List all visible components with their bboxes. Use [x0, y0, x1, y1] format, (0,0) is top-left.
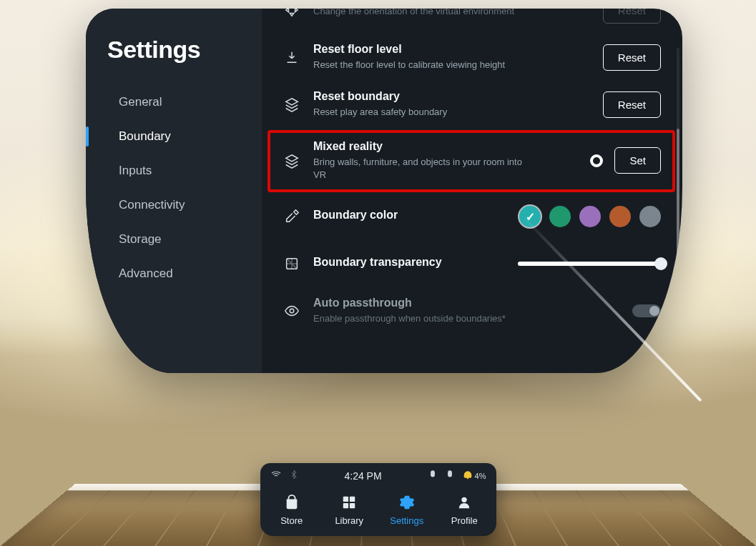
app-label: Settings	[390, 515, 423, 526]
row-sub: Reset the floor level to calibrate viewi…	[313, 59, 528, 71]
app-label: Profile	[451, 515, 478, 526]
bluetooth-icon	[289, 470, 299, 482]
app-settings[interactable]: Settings	[380, 494, 434, 526]
color-swatch-5[interactable]	[639, 206, 661, 227]
row-title: Auto passthrough	[313, 297, 621, 309]
floor-reset-button[interactable]: Reset	[603, 44, 661, 71]
page-title: Settings	[107, 36, 262, 64]
sidebar-item-connectivity[interactable]: Connectivity	[107, 188, 262, 222]
scrollbar-thumb[interactable]	[677, 129, 679, 257]
sidebar-item-label: Boundary	[119, 129, 171, 144]
battery-percent: 4%	[475, 472, 486, 480]
app-bar: 4:24 PM 4% Store Library Settings	[260, 463, 496, 536]
recenter-reset-button[interactable]: Reset	[603, 9, 661, 24]
library-icon	[340, 494, 358, 511]
app-profile[interactable]: Profile	[437, 494, 491, 526]
eyedropper-icon	[282, 207, 302, 227]
sidebar-item-label: General	[119, 95, 162, 109]
settings-panel: Settings General Boundary Inputs Connect…	[86, 9, 682, 373]
headset-battery-icon: 4%	[462, 470, 486, 482]
row-boundary-color: Boundary color	[282, 194, 661, 241]
svg-rect-5	[350, 503, 355, 508]
row-reset-boundary: Reset boundary Reset play area safety bo…	[282, 81, 661, 129]
transparency-slider[interactable]	[518, 262, 661, 266]
boundary-color-swatches	[519, 206, 661, 227]
row-title: Reset boundary	[313, 90, 591, 103]
download-icon	[282, 47, 302, 67]
eye-icon	[282, 301, 302, 321]
svg-rect-3	[350, 497, 355, 502]
app-library[interactable]: Library	[322, 494, 376, 526]
row-sub: Bring walls, furniture, and objects in y…	[313, 156, 528, 181]
sidebar-item-label: Inputs	[119, 164, 152, 178]
color-swatch-3[interactable]	[579, 206, 601, 227]
row-sub: Reset play area safety boundary	[313, 106, 528, 119]
app-label: Store	[280, 515, 303, 526]
row-boundary-transparency: Boundary transparency	[282, 241, 661, 288]
vr-scene: Settings General Boundary Inputs Connect…	[0, 0, 756, 546]
row-mixed-reality: Mixed reality Bring walls, furniture, an…	[282, 137, 661, 185]
content-scrollbar[interactable]	[677, 48, 679, 316]
sidebar-item-label: Connectivity	[119, 198, 185, 212]
app-store[interactable]: Store	[265, 494, 319, 526]
gear-icon	[398, 494, 416, 511]
sidebar-item-boundary[interactable]: Boundary	[107, 119, 262, 154]
color-swatch-4[interactable]	[609, 206, 631, 227]
sidebar: Settings General Boundary Inputs Connect…	[86, 9, 262, 373]
toggle-knob	[649, 306, 659, 316]
transparency-icon	[282, 254, 302, 274]
slider-knob[interactable]	[654, 257, 667, 270]
row-recenter: Change the orientation of the virtual en…	[282, 9, 661, 34]
row-auto-passthrough: Auto passthrough Enable passthrough when…	[282, 288, 661, 335]
app-label: Library	[335, 515, 363, 526]
recenter-icon	[282, 9, 302, 20]
layers-icon	[282, 94, 302, 114]
passthrough-toggle[interactable]	[632, 304, 661, 317]
row-title: Mixed reality	[313, 140, 566, 153]
sidebar-item-advanced[interactable]: Advanced	[107, 257, 262, 291]
svg-rect-2	[343, 497, 348, 502]
svg-point-1	[290, 309, 294, 313]
row-reset-floor: Reset floor level Reset the floor level …	[282, 34, 661, 81]
pointer-cursor-icon	[590, 154, 603, 167]
mixed-reality-set-button[interactable]: Set	[614, 147, 661, 174]
status-bar: 4:24 PM 4%	[260, 463, 496, 490]
highlight-mixed-reality: Mixed reality Bring walls, furniture, an…	[267, 130, 675, 192]
color-swatch-2[interactable]	[549, 206, 571, 227]
sidebar-item-label: Storage	[119, 232, 162, 247]
controller-right-icon	[445, 470, 455, 482]
wifi-icon	[270, 469, 282, 482]
row-title: Reset floor level	[313, 43, 591, 56]
row-title: Boundary color	[313, 209, 508, 222]
row-sub: Change the orientation of the virtual en…	[313, 9, 528, 18]
svg-point-6	[462, 497, 467, 502]
sidebar-item-label: Advanced	[119, 267, 173, 281]
profile-icon	[456, 494, 473, 511]
row-title: Boundary transparency	[313, 256, 506, 269]
row-sub: Enable passthrough when outside boundari…	[313, 312, 528, 325]
svg-rect-4	[343, 503, 348, 508]
app-icons: Store Library Settings Profile	[260, 490, 496, 536]
controller-left-icon	[428, 470, 438, 482]
sidebar-item-inputs[interactable]: Inputs	[107, 154, 262, 188]
sidebar-item-storage[interactable]: Storage	[107, 222, 262, 257]
clock: 4:24 PM	[344, 470, 381, 482]
sidebar-item-general[interactable]: General	[107, 85, 262, 119]
store-icon	[283, 494, 300, 511]
boundary-reset-button[interactable]: Reset	[603, 91, 661, 118]
layers-icon	[282, 151, 302, 171]
